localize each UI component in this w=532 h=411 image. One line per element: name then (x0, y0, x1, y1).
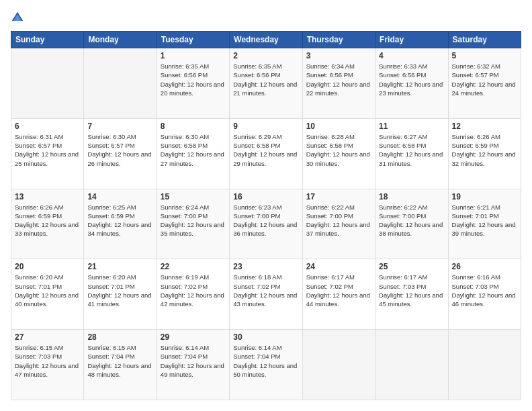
day-number: 26 (452, 262, 517, 271)
calendar-cell: 6Sunrise: 6:31 AMSunset: 6:57 PMDaylight… (11, 118, 84, 189)
day-info: Sunrise: 6:25 AMSunset: 6:59 PMDaylight:… (87, 203, 152, 238)
calendar-table: SundayMondayTuesdayWednesdayThursdayFrid… (11, 31, 521, 400)
col-header-thursday: Thursday (302, 32, 375, 48)
day-number: 13 (15, 192, 80, 201)
day-info: Sunrise: 6:34 AMSunset: 6:56 PMDaylight:… (306, 62, 371, 97)
calendar-cell: 11Sunrise: 6:27 AMSunset: 6:58 PMDayligh… (375, 118, 448, 189)
day-info: Sunrise: 6:31 AMSunset: 6:57 PMDaylight:… (15, 132, 80, 168)
calendar-cell: 10Sunrise: 6:28 AMSunset: 6:58 PMDayligh… (302, 118, 375, 189)
calendar-cell: 14Sunrise: 6:25 AMSunset: 6:59 PMDayligh… (84, 189, 157, 259)
day-info: Sunrise: 6:20 AMSunset: 7:01 PMDaylight:… (87, 273, 152, 308)
calendar-cell: 28Sunrise: 6:15 AMSunset: 7:04 PMDayligh… (84, 330, 157, 400)
day-info: Sunrise: 6:29 AMSunset: 6:58 PMDaylight:… (233, 132, 298, 168)
day-info: Sunrise: 6:28 AMSunset: 6:58 PMDaylight:… (306, 132, 371, 168)
day-number: 27 (15, 332, 80, 342)
calendar-cell: 16Sunrise: 6:23 AMSunset: 7:00 PMDayligh… (230, 189, 302, 259)
day-info: Sunrise: 6:17 AMSunset: 7:02 PMDaylight:… (306, 273, 371, 308)
week-row-1: 1Sunrise: 6:35 AMSunset: 6:56 PMDaylight… (11, 48, 521, 119)
day-info: Sunrise: 6:26 AMSunset: 6:59 PMDaylight:… (15, 203, 80, 238)
calendar-cell: 1Sunrise: 6:35 AMSunset: 6:56 PMDaylight… (157, 48, 229, 119)
day-number: 15 (161, 192, 226, 201)
calendar-cell: 29Sunrise: 6:14 AMSunset: 7:04 PMDayligh… (157, 330, 229, 400)
day-number: 29 (161, 332, 226, 342)
day-info: Sunrise: 6:15 AMSunset: 7:03 PMDaylight:… (15, 343, 80, 379)
day-info: Sunrise: 6:32 AMSunset: 6:57 PMDaylight:… (452, 62, 517, 97)
calendar-cell: 15Sunrise: 6:24 AMSunset: 7:00 PMDayligh… (157, 189, 229, 259)
day-info: Sunrise: 6:23 AMSunset: 7:00 PMDaylight:… (233, 203, 298, 238)
day-info: Sunrise: 6:24 AMSunset: 7:00 PMDaylight:… (161, 203, 226, 238)
header (11, 11, 521, 24)
day-number: 10 (306, 122, 371, 131)
calendar-cell: 25Sunrise: 6:17 AMSunset: 7:03 PMDayligh… (375, 259, 448, 330)
day-number: 3 (306, 51, 371, 60)
day-info: Sunrise: 6:14 AMSunset: 7:04 PMDaylight:… (161, 343, 226, 379)
day-info: Sunrise: 6:20 AMSunset: 7:01 PMDaylight:… (15, 273, 80, 308)
col-header-sunday: Sunday (11, 32, 84, 48)
day-info: Sunrise: 6:21 AMSunset: 7:01 PMDaylight:… (452, 203, 517, 238)
day-info: Sunrise: 6:30 AMSunset: 6:58 PMDaylight:… (161, 132, 226, 168)
week-row-5: 27Sunrise: 6:15 AMSunset: 7:03 PMDayligh… (11, 330, 521, 400)
day-info: Sunrise: 6:30 AMSunset: 6:57 PMDaylight:… (87, 132, 152, 168)
calendar-cell: 23Sunrise: 6:18 AMSunset: 7:02 PMDayligh… (230, 259, 302, 330)
calendar-cell: 27Sunrise: 6:15 AMSunset: 7:03 PMDayligh… (11, 330, 84, 400)
day-number: 24 (306, 262, 371, 271)
day-number: 21 (87, 262, 152, 271)
calendar-cell: 20Sunrise: 6:20 AMSunset: 7:01 PMDayligh… (11, 259, 84, 330)
day-info: Sunrise: 6:18 AMSunset: 7:02 PMDaylight:… (233, 273, 298, 308)
logo-icon (11, 11, 24, 24)
calendar-cell (375, 330, 448, 400)
day-info: Sunrise: 6:35 AMSunset: 6:56 PMDaylight:… (233, 62, 298, 97)
calendar-cell: 17Sunrise: 6:22 AMSunset: 7:00 PMDayligh… (302, 189, 375, 259)
day-number: 9 (233, 122, 298, 131)
logo (11, 11, 27, 24)
calendar-cell: 5Sunrise: 6:32 AMSunset: 6:57 PMDaylight… (448, 48, 521, 119)
day-info: Sunrise: 6:17 AMSunset: 7:03 PMDaylight:… (379, 273, 444, 308)
day-info: Sunrise: 6:19 AMSunset: 7:02 PMDaylight:… (161, 273, 226, 308)
calendar-cell (448, 330, 521, 400)
day-number: 1 (161, 51, 226, 60)
day-number: 17 (306, 192, 371, 201)
calendar-cell: 19Sunrise: 6:21 AMSunset: 7:01 PMDayligh… (448, 189, 521, 259)
week-row-4: 20Sunrise: 6:20 AMSunset: 7:01 PMDayligh… (11, 259, 521, 330)
day-number: 6 (15, 122, 80, 131)
day-number: 16 (233, 192, 298, 201)
calendar-cell: 21Sunrise: 6:20 AMSunset: 7:01 PMDayligh… (84, 259, 157, 330)
calendar-cell (11, 48, 84, 119)
col-header-monday: Monday (84, 32, 157, 48)
col-header-wednesday: Wednesday (230, 32, 302, 48)
calendar-header-row: SundayMondayTuesdayWednesdayThursdayFrid… (11, 32, 521, 48)
calendar-cell: 12Sunrise: 6:26 AMSunset: 6:59 PMDayligh… (448, 118, 521, 189)
day-number: 23 (233, 262, 298, 271)
week-row-3: 13Sunrise: 6:26 AMSunset: 6:59 PMDayligh… (11, 189, 521, 259)
day-number: 11 (379, 122, 444, 131)
calendar-cell (302, 330, 375, 400)
calendar-cell: 2Sunrise: 6:35 AMSunset: 6:56 PMDaylight… (230, 48, 302, 119)
day-info: Sunrise: 6:33 AMSunset: 6:56 PMDaylight:… (379, 62, 444, 97)
calendar-cell: 4Sunrise: 6:33 AMSunset: 6:56 PMDaylight… (375, 48, 448, 119)
day-number: 20 (15, 262, 80, 271)
col-header-tuesday: Tuesday (157, 32, 229, 48)
day-info: Sunrise: 6:22 AMSunset: 7:00 PMDaylight:… (379, 203, 444, 238)
day-number: 4 (379, 51, 444, 60)
day-number: 2 (233, 51, 298, 60)
col-header-friday: Friday (375, 32, 448, 48)
day-number: 12 (452, 122, 517, 131)
day-number: 8 (161, 122, 226, 131)
day-number: 22 (161, 262, 226, 271)
week-row-2: 6Sunrise: 6:31 AMSunset: 6:57 PMDaylight… (11, 118, 521, 189)
day-number: 19 (452, 192, 517, 201)
day-number: 30 (233, 332, 298, 342)
calendar-cell: 30Sunrise: 6:14 AMSunset: 7:04 PMDayligh… (230, 330, 302, 400)
day-info: Sunrise: 6:26 AMSunset: 6:59 PMDaylight:… (452, 132, 517, 168)
page: SundayMondayTuesdayWednesdayThursdayFrid… (0, 0, 532, 411)
calendar-cell: 7Sunrise: 6:30 AMSunset: 6:57 PMDaylight… (84, 118, 157, 189)
day-info: Sunrise: 6:27 AMSunset: 6:58 PMDaylight:… (379, 132, 444, 168)
day-info: Sunrise: 6:16 AMSunset: 7:03 PMDaylight:… (452, 273, 517, 308)
col-header-saturday: Saturday (448, 32, 521, 48)
calendar-cell: 8Sunrise: 6:30 AMSunset: 6:58 PMDaylight… (157, 118, 229, 189)
day-info: Sunrise: 6:35 AMSunset: 6:56 PMDaylight:… (161, 62, 226, 97)
calendar-cell: 9Sunrise: 6:29 AMSunset: 6:58 PMDaylight… (230, 118, 302, 189)
day-info: Sunrise: 6:14 AMSunset: 7:04 PMDaylight:… (233, 343, 298, 379)
calendar-cell: 26Sunrise: 6:16 AMSunset: 7:03 PMDayligh… (448, 259, 521, 330)
day-info: Sunrise: 6:15 AMSunset: 7:04 PMDaylight:… (87, 343, 152, 379)
